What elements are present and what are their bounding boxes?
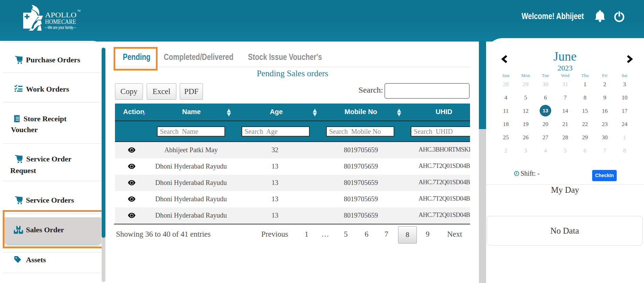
svg-text:—We are your family—: —We are your family—	[45, 25, 76, 30]
svg-text:HOMECARE: HOMECARE	[45, 18, 76, 25]
svg-text:TM: TM	[77, 10, 80, 12]
svg-text:APOLLO: APOLLO	[45, 11, 76, 19]
